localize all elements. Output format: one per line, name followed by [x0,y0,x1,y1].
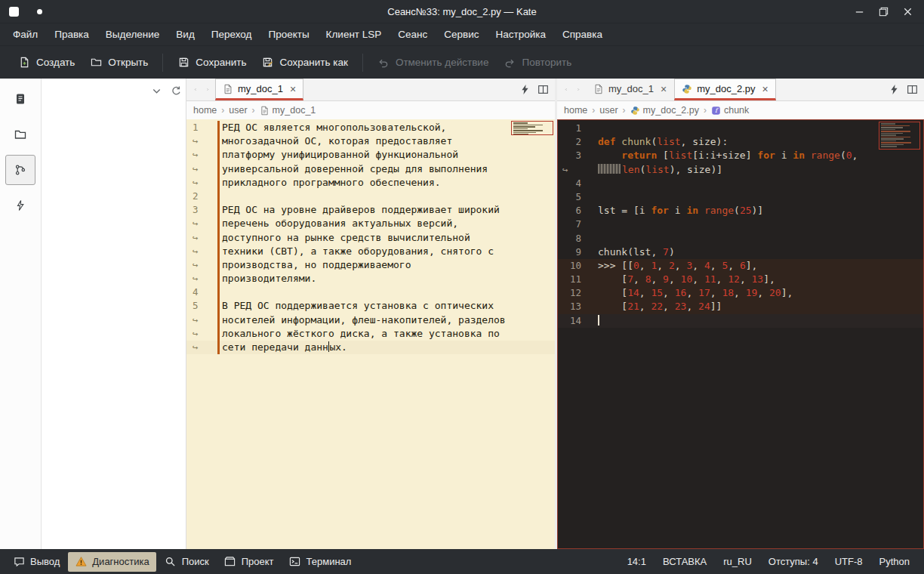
toolbar-button-1[interactable]: Открыть [82,51,156,74]
search-icon [165,556,177,568]
tab-my_doc_1[interactable]: my_doc_1× [215,79,303,100]
python-file-icon [630,106,640,116]
split-view-icon[interactable] [537,84,549,96]
statusbar-toggle--[interactable]: Терминал [282,552,359,572]
minimap-line [513,128,528,130]
tab-close-button[interactable]: × [290,84,296,94]
line-number: 2 [558,135,596,149]
menu-item-2[interactable]: Выделение [97,26,168,43]
code-line: 8 [558,232,923,245]
line-number: 10 [558,259,596,273]
sidebar-dock [0,79,42,549]
panel-reload-button[interactable] [170,85,182,97]
text-file-icon [223,84,233,94]
statusbar-indentation[interactable]: Отступы: 4 [760,552,827,571]
left-text-editor[interactable]: 1РЕД ОС является многопользовательской,↪… [186,119,555,549]
tab-close-button[interactable]: × [762,84,768,94]
breadcrumb-item-my_doc_2.py[interactable]: my_doc_2.py [630,105,699,116]
breadcrumb-separator: › [592,105,595,116]
text-line: ↪сети передачи данных. [186,341,555,354]
history-forward-button[interactable] [202,84,214,96]
left-scrollbar-minimap[interactable] [511,121,553,135]
toolbar-button-0[interactable]: Создать [11,51,82,74]
statusbar-dictionary[interactable]: ru_RU [715,552,760,571]
minimap-line [881,131,910,132]
wrap-indicator: ↪ [186,231,220,245]
right-breadcrumb: home›user›my_doc_2.py›fchunk [557,101,924,119]
breadcrumb-item-home[interactable]: home [193,105,217,116]
breadcrumb-item-home[interactable]: home [564,105,587,116]
lightning-icon[interactable] [888,84,900,96]
toolbar-separator [162,54,163,72]
dock-vcs-branch-button[interactable] [5,190,35,221]
dock-git-button[interactable] [5,155,35,185]
text-file-icon [260,106,270,116]
close-button[interactable] [901,5,913,17]
statusbar-encoding[interactable]: UTF-8 [827,552,871,571]
toolbar: СоздатьОткрытьСохранитьСохранить какОтме… [0,45,924,79]
split-view-icon[interactable] [906,84,918,96]
statusbar-toggle--[interactable]: Поиск [158,552,216,572]
text-line: ↪многозадачной ОС, которая предоставляет [186,134,555,148]
text-line: ↪носителей информации, флеш-накопителей,… [186,313,555,327]
minimize-button[interactable] [853,5,865,17]
menu-item-1[interactable]: Правка [46,26,97,43]
lightning-icon[interactable] [519,84,531,96]
python-file-icon [682,84,692,94]
wrap-indicator: ↪ [186,162,220,176]
undo-icon [377,57,390,69]
toolbar-button-2[interactable]: Сохранить [170,51,254,74]
breadcrumb-item-my_doc_1[interactable]: my_doc_1 [260,105,316,116]
menu-item-0[interactable]: Файл [5,26,46,43]
minimap-line [513,134,528,135]
tab-my_doc_1[interactable]: my_doc_1× [586,79,674,100]
project-icon [224,556,236,568]
statusbar-toggles: ВыводДиагностикаПоискПроектТерминал [6,552,359,572]
app-icon [9,7,19,17]
statusbar-toggle--[interactable]: Диагностика [68,552,156,572]
restore-button[interactable] [877,5,889,17]
tab-my_doc_2.py[interactable]: my_doc_2.py× [674,79,776,100]
wrap-indicator: ↪ [186,245,220,258]
right-editor-pane: my_doc_1×my_doc_2.py× home›user›my_doc_2… [557,79,924,549]
wrap-indicator: ↪ [186,327,220,341]
history-back-button[interactable] [189,84,202,96]
toolbar-button-3[interactable]: Сохранить как [254,51,355,74]
redo-icon [504,57,516,69]
code-line: 6lst = [i for i in range(25)] [558,204,923,218]
dock-folder-button[interactable] [5,119,35,150]
menu-item-5[interactable]: Проекты [260,26,317,43]
text-cursor [328,341,330,352]
panel-options-button[interactable] [150,85,162,97]
statusbar-syntax-mode[interactable]: Python [871,552,918,571]
history-back-button[interactable] [560,84,572,96]
menu-item-9[interactable]: Настройка [488,26,554,43]
menu-item-3[interactable]: Вид [168,26,202,43]
menu-item-10[interactable]: Справка [554,26,611,43]
line-number: 3 [558,149,596,162]
statusbar-input-mode[interactable]: ВСТАВКА [654,552,715,571]
history-forward-button[interactable] [572,84,584,96]
tool-panel-buttons [150,85,182,97]
menu-item-8[interactable]: Сервис [436,26,487,43]
right-scrollbar-minimap[interactable] [879,122,920,150]
line-number: 9 [558,245,596,259]
breadcrumb-item-user[interactable]: user [599,105,618,116]
statusbar-cursor-position[interactable]: 14:1 [619,552,654,571]
wrap-indicator: ↪ [186,313,220,327]
menu-item-6[interactable]: Клиент LSP [318,26,390,43]
breadcrumb-item-chunk[interactable]: fchunk [711,105,749,116]
code-line: 11 [7, 8, 9, 10, 11, 12, 13], [558,273,923,286]
statusbar-toggle--[interactable]: Проект [217,552,281,572]
menu-item-7[interactable]: Сеанс [390,26,436,43]
breadcrumb-item-user[interactable]: user [229,105,247,116]
git-icon [14,164,26,176]
text-line: ↪локального жёсткого диска, а также уста… [186,327,555,341]
statusbar-toggle--[interactable]: Вывод [6,552,66,572]
right-code-editor[interactable]: 12def chunk(list, size):3 return [list[i… [557,119,924,549]
menu-item-4[interactable]: Переход [203,26,260,43]
wrap-indicator: ↪ [186,134,220,148]
right-tabs: my_doc_1×my_doc_2.py× [586,79,776,100]
tab-close-button[interactable]: × [661,84,667,94]
dock-documents-button[interactable] [5,84,35,114]
